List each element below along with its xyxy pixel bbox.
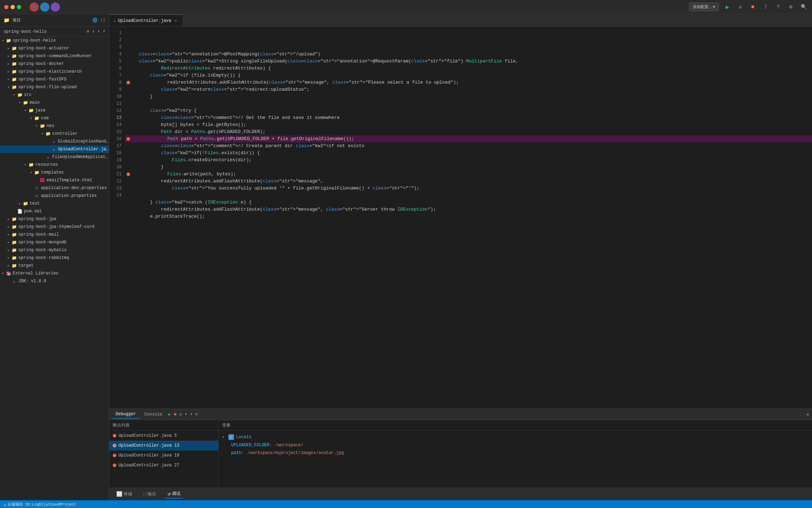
sidebar-item-spring-boot-mybatis[interactable]: ▸📁spring-boot-mybatis — [0, 246, 109, 254]
debug-stop-icon[interactable]: ■ — [174, 412, 176, 417]
line-num-20: 20 — [109, 164, 125, 171]
collapse-icon[interactable]: ⟨⟩ — [100, 18, 105, 23]
close-button[interactable] — [4, 5, 8, 9]
code-line-23: redirectAttributes.addFlashAttribute(cla… — [125, 206, 812, 213]
sidebar-item-java[interactable]: ▾📁java — [0, 107, 109, 114]
sidebar-item-com[interactable]: ▾📁com — [0, 114, 109, 122]
line-num-22: 22 — [109, 178, 125, 185]
sidebar-item-spring-boot-jpa-thymeleaf-curd[interactable]: ▸📁spring-boot-jpa-thymeleaf-curd — [0, 223, 109, 231]
breakpoint-item-3[interactable]: UploadController.java 18 — [109, 450, 218, 460]
add-icon[interactable]: + — [103, 29, 105, 34]
tree-icon-test: 📁 — [23, 201, 28, 206]
tree-label-target: target — [18, 263, 33, 268]
editor-tab-upload-controller[interactable]: ☕ UploadController.java ✕ — [109, 14, 183, 26]
debug-reload-icon[interactable]: ↺ — [179, 412, 182, 417]
upload-icon[interactable]: ⬆ — [92, 29, 94, 34]
sidebar-item-application-dev[interactable]: ⚙application-dev.properties — [0, 184, 109, 192]
code-editor[interactable]: 123456789101112131415161718192021222324 … — [109, 27, 812, 409]
sidebar-project-name: spring-boot-hello ⊜ ⬆ ⬇ + — [0, 27, 109, 37]
stop-button[interactable]: ■ — [749, 3, 757, 11]
breakpoint-item-2[interactable]: UploadController.java 13 — [109, 441, 218, 450]
sidebar-item-pom[interactable]: 📄pom.xml — [0, 207, 109, 215]
tree-icon-spring-boot-docker: 📁 — [11, 61, 17, 67]
code-line-20: class="str">"You successfully uploaded '… — [125, 185, 812, 192]
debug-bottom-button[interactable]: ↺ 调试 — [165, 490, 183, 498]
code-content[interactable]: class=class="str">"annotation">@PostMapp… — [125, 27, 812, 409]
breakpoint-item-1[interactable]: UploadController.java 5 — [109, 431, 218, 441]
variable-item-Locals[interactable]: ▾LLocals — [222, 433, 808, 441]
line-num-24: 24 — [109, 192, 125, 199]
tree-icon-resources: 📁 — [28, 162, 34, 168]
sidebar-item-spring-boot-rabbitmq[interactable]: ▸📁spring-boot-rabbitmq — [0, 254, 109, 262]
tree-label-spring-boot-jpa-thymeleaf-curd: spring-boot-jpa-thymeleaf-curd — [18, 224, 94, 229]
code-line-9: class="kw2">try { — [125, 107, 812, 114]
debug-close-button[interactable]: ✕ — [806, 411, 809, 417]
run-button[interactable]: ▶ — [723, 3, 732, 11]
tree-arrow-target: ▸ — [6, 264, 11, 268]
globe-icon[interactable]: 🌐 — [92, 18, 98, 23]
statusbar: ☁ 云端项目 ID:LightlyCloudProject — [0, 500, 812, 508]
maximize-button[interactable] — [17, 5, 21, 9]
sidebar-item-external-libraries[interactable]: ▾📚External Libraries — [0, 270, 109, 277]
sidebar-item-main[interactable]: ▾📁main — [0, 99, 109, 107]
sidebar-item-spring-boot-commandLineRunner[interactable]: ▸📁spring-boot-commandLineRunner — [0, 52, 109, 60]
sidebar-item-FileUploadWebApplication[interactable]: ☕FileUploadWebApplication.jav... — [0, 153, 109, 161]
filter-icon[interactable]: ⊜ — [87, 29, 89, 34]
debug-play-icon[interactable]: ▶ — [168, 412, 171, 417]
sidebar-item-spring-boot-file-upload[interactable]: ▾📁spring-boot-file-upload — [0, 83, 109, 91]
sidebar-item-GlobalExceptionHandler[interactable]: ☕GlobalExceptionHandler.jav... — [0, 138, 109, 145]
sidebar-item-templates[interactable]: ▾📁templates — [0, 169, 109, 176]
sidebar-item-neo[interactable]: ▾📁neo — [0, 122, 109, 130]
debug-download-icon[interactable]: ⬇ — [185, 412, 187, 417]
sidebar-item-spring-boot-hello[interactable]: ▾📁spring-boot-hello — [0, 37, 109, 44]
line-num-13: 13 — [109, 114, 125, 121]
variable-item-UPLOADED_FOLDER[interactable]: UPLOADED_FOLDER: /workspace/ — [222, 441, 808, 449]
debug-clear-icon[interactable]: ⊘ — [195, 412, 198, 417]
code-line-24: e.printStackTrace(); — [125, 213, 812, 220]
settings-button[interactable]: ⚙ — [787, 3, 795, 11]
minimize-button[interactable] — [11, 5, 15, 9]
tree-arrow-spring-boot-file-upload: ▾ — [6, 85, 11, 89]
line-num-5: 5 — [109, 58, 125, 65]
help-button[interactable]: ? — [774, 3, 782, 11]
sidebar-item-controller[interactable]: ▾📁controller — [0, 130, 109, 138]
sidebar-item-src[interactable]: ▾📁src — [0, 91, 109, 99]
tree-icon-spring-boot-mongodb: 📁 — [11, 240, 17, 245]
debugger-tab[interactable]: Debugger — [112, 410, 140, 419]
console-tab[interactable]: Console — [141, 411, 166, 418]
sidebar-item-test[interactable]: ▸📁test — [0, 200, 109, 207]
line-num-9: 9 — [109, 86, 125, 93]
sidebar-item-spring-boot-jpa[interactable]: ▸📁spring-boot-jpa — [0, 215, 109, 223]
var-key-path: path: — [231, 450, 244, 455]
terminal-button[interactable]: ⬜ 终端 — [113, 490, 135, 498]
tree-arrow-spring-boot-mybatis: ▸ — [6, 248, 11, 252]
sidebar-item-spring-boot-actuator[interactable]: ▸📁spring-boot-actuator — [0, 44, 109, 52]
sidebar-item-spring-boot-mail[interactable]: ▸📁spring-boot-mail — [0, 231, 109, 238]
tab-close-button[interactable]: ✕ — [173, 18, 178, 23]
search-button[interactable]: 🔍 — [799, 3, 808, 11]
share-button[interactable]: ⤴ — [761, 3, 770, 11]
line-num-4: 4 — [109, 51, 125, 58]
tree-icon-controller: 📁 — [45, 131, 51, 137]
breakpoint-item-4[interactable]: UploadController.java 27 — [109, 460, 218, 470]
sidebar-item-UploadController[interactable]: ☕UploadController.java — [0, 145, 109, 153]
sidebar-item-spring-boot-fastDFS[interactable]: ▸📁spring-boot-fastDFS — [0, 75, 109, 83]
editor-area: ☕ UploadController.java ✕ 12345678910111… — [109, 14, 812, 500]
tree-icon-target: 📁 — [11, 263, 17, 268]
tree-icon-spring-boot-rabbitmq: 📁 — [11, 255, 17, 261]
reload-button[interactable]: ↺ — [736, 3, 744, 11]
debug-upload-icon[interactable]: ⬆ — [190, 412, 192, 417]
sidebar-item-application[interactable]: ⚙application.properties — [0, 192, 109, 200]
sidebar-item-target[interactable]: ▸📁target — [0, 262, 109, 270]
output-button[interactable]: ⬚ 输出 — [141, 490, 159, 498]
sidebar-item-spring-boot-mongodb[interactable]: ▸📁spring-boot-mongodb — [0, 238, 109, 246]
sidebar-item-resources[interactable]: ▾📁resources — [0, 161, 109, 169]
variable-item-path[interactable]: path: /workspace/myproject/images/avatar… — [222, 449, 808, 457]
sidebar-item-spring-boot-docker[interactable]: ▸📁spring-boot-docker — [0, 60, 109, 68]
download-icon[interactable]: ⬇ — [98, 29, 100, 34]
sidebar-item-emailTemplate[interactable]: 🅷emailTemplate.html — [0, 176, 109, 184]
sidebar-item-spring-boot-elasticsearch[interactable]: ▸📁spring-boot-elasticsearch — [0, 68, 109, 75]
output-icon: ⬚ — [143, 491, 146, 497]
add-config-button[interactable]: 添加配置... ▾ — [689, 2, 719, 11]
sidebar-item-jdk[interactable]: ☕JDK: v1.8.0 — [0, 277, 109, 285]
